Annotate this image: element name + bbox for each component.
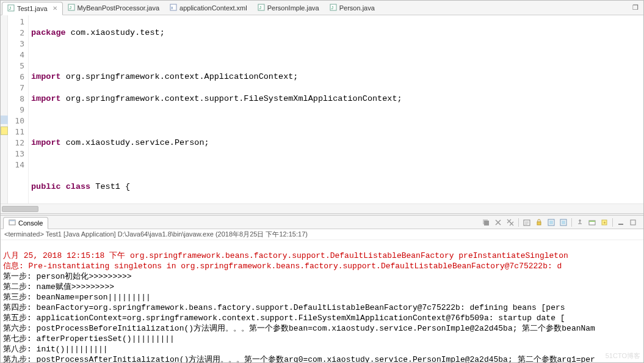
terminate-all-icon[interactable] — [480, 217, 491, 228]
svg-rect-17 — [549, 221, 553, 224]
open-console-icon[interactable]: + — [599, 217, 610, 228]
console-toolbar: + — [480, 217, 641, 228]
console-line: 第二步: name赋值>>>>>>>>> — [3, 282, 641, 292]
console-line: 第七步: afterPropertiesSet()||||||||| — [3, 334, 641, 344]
line-number: 3 — [8, 38, 24, 50]
warning-mark-icon — [1, 127, 8, 135]
svg-text:J: J — [331, 6, 333, 10]
line-number: 5 — [8, 61, 24, 72]
line-number: 2 — [8, 28, 24, 38]
console-line: 信息: Pre-instantiating singletons in org.… — [3, 261, 641, 271]
tab-test1[interactable]: J Test1.java ✕ — [2, 2, 63, 15]
console-line: 第九步: postProcessAfterInitialization()方法调… — [3, 354, 641, 362]
pin-console-icon[interactable] — [574, 217, 585, 228]
tab-label: Person.java — [339, 4, 375, 12]
svg-rect-15 — [537, 222, 541, 225]
clear-console-icon[interactable] — [521, 217, 532, 228]
console-line: 八月 25, 2018 12:15:18 下午 org.springframew… — [3, 251, 641, 261]
svg-rect-19 — [562, 221, 565, 224]
java-file-icon: J — [7, 4, 15, 13]
remove-all-icon[interactable] — [505, 217, 516, 228]
console-output[interactable]: 八月 25, 2018 12:15:18 下午 org.springframew… — [1, 240, 643, 362]
svg-text:J: J — [9, 6, 12, 10]
svg-text:x: x — [171, 6, 173, 10]
show-on-output-icon[interactable] — [546, 217, 557, 228]
close-icon[interactable]: ✕ — [52, 5, 57, 12]
line-number: 14 — [8, 160, 24, 170]
tab-label: Test1.java — [17, 5, 48, 12]
editor-ruler — [1, 15, 8, 204]
java-file-icon: J — [330, 4, 337, 12]
tab-person[interactable]: J Person.java — [325, 2, 380, 14]
tab-label: PersonImple.java — [267, 4, 319, 12]
svg-rect-25 — [631, 220, 635, 225]
code-editor[interactable]: 1 2 3 4 5 6 7 8 9 10 11 12 13 14 package… — [1, 15, 643, 204]
svg-rect-21 — [589, 221, 595, 222]
line-number: 9 — [8, 105, 24, 116]
svg-rect-13 — [484, 221, 489, 226]
scrollbar-thumb[interactable] — [2, 206, 38, 212]
tab-label: MyBeanPostProcessor.java — [78, 4, 160, 12]
tab-applicationcontext-xml[interactable]: x applicationContext.xml — [165, 2, 253, 14]
xml-file-icon: x — [170, 4, 177, 12]
console-tab[interactable]: Console — [3, 217, 48, 229]
console-line: 第三步: beanName=person||||||||| — [3, 292, 641, 302]
console-status: <terminated> Test1 [Java Application] D:… — [1, 229, 643, 240]
minimize-icon[interactable] — [615, 217, 626, 228]
maximize-icon[interactable] — [628, 217, 639, 228]
code-area[interactable]: package com.xiaostudy.test; import org.s… — [29, 15, 643, 204]
restore-icon[interactable]: ❐ — [628, 2, 643, 13]
java-file-icon: J — [258, 4, 265, 12]
line-number-gutter: 1 2 3 4 5 6 7 8 9 10 11 12 13 14 — [8, 15, 29, 204]
show-on-error-icon[interactable] — [558, 217, 569, 228]
line-number: 4 — [8, 50, 24, 61]
scroll-lock-icon[interactable] — [534, 217, 545, 228]
console-line: 第六步: postProcessBeforeInitialization()方法… — [3, 323, 641, 334]
svg-text:+: + — [603, 220, 606, 226]
svg-text:J: J — [259, 6, 261, 10]
java-file-icon: J — [68, 4, 75, 12]
tab-personimple[interactable]: J PersonImple.java — [253, 2, 325, 14]
console-line: 第四步: beanFactory=org.springframework.bea… — [3, 302, 641, 313]
console-line: 第五步: applicationContext=org.springframew… — [3, 313, 641, 323]
console-icon — [9, 219, 16, 227]
remove-launch-icon[interactable] — [493, 217, 504, 228]
line-number: 10 — [8, 116, 24, 127]
console-header: Console + — [1, 216, 643, 229]
line-number: 11 — [8, 127, 24, 138]
line-number: 1 — [8, 16, 24, 28]
display-selected-icon[interactable] — [587, 217, 598, 228]
console-tab-label: Console — [18, 219, 43, 227]
line-number: 13 — [8, 148, 24, 160]
console-line: 第一步: person初始化>>>>>>>>> — [3, 271, 641, 282]
console-line: 第八步: init()||||||||| — [3, 344, 641, 354]
editor-tabs: J Test1.java ✕ J MyBeanPostProcessor.jav… — [1, 1, 643, 15]
line-number: 8 — [8, 94, 24, 105]
editor-hscrollbar[interactable] — [1, 204, 643, 213]
fold-mark-icon — [1, 116, 8, 124]
svg-text:J: J — [69, 6, 71, 10]
tab-label: applicationContext.xml — [179, 4, 247, 12]
line-number: 7 — [8, 82, 24, 94]
line-number: 12 — [8, 138, 24, 148]
svg-rect-24 — [618, 224, 623, 225]
tab-mybeanpostprocessor[interactable]: J MyBeanPostProcessor.java — [63, 2, 165, 14]
svg-rect-11 — [9, 220, 15, 221]
line-number: 6 — [8, 72, 24, 82]
